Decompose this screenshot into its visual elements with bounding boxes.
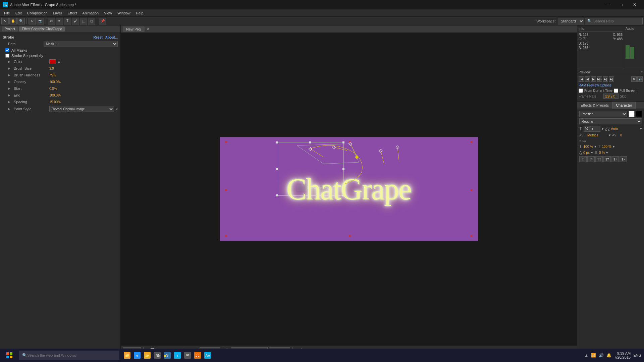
color-expand[interactable]: ▶ bbox=[8, 60, 10, 63]
prev-loop[interactable]: ↻ bbox=[631, 76, 637, 82]
color-swatch[interactable] bbox=[49, 59, 56, 64]
menu-effect[interactable]: Effect bbox=[65, 10, 79, 16]
workspace-select[interactable]: Standard All Panels Animation bbox=[558, 18, 584, 24]
end-expand[interactable]: ▶ bbox=[8, 94, 10, 97]
menu-composition[interactable]: Composition bbox=[24, 10, 50, 16]
font-select[interactable]: Pacifico bbox=[579, 111, 627, 117]
format-all-caps[interactable]: TT bbox=[595, 156, 603, 162]
comp-canvas[interactable]: ChatGrape bbox=[220, 137, 478, 241]
comp-tab-close[interactable]: ✕ bbox=[147, 27, 150, 31]
start-expand[interactable]: ▶ bbox=[8, 87, 10, 90]
from-current-checkbox[interactable] bbox=[579, 88, 583, 93]
horiz-scale-dropdown[interactable]: ▾ bbox=[613, 144, 615, 149]
prev-mute[interactable]: 🔊 bbox=[637, 76, 643, 82]
tool-camera[interactable]: 📷 bbox=[37, 18, 44, 24]
prev-prev-frame[interactable]: ◀ bbox=[585, 76, 590, 82]
about-link[interactable]: About... bbox=[105, 36, 118, 39]
tool-hand[interactable]: ✋ bbox=[9, 18, 17, 24]
brush-size-expand[interactable]: ▶ bbox=[8, 67, 10, 70]
opacity-value[interactable]: 100.0% bbox=[49, 80, 61, 84]
minimize-button[interactable]: — bbox=[601, 0, 614, 9]
frame-rate-input[interactable] bbox=[603, 94, 619, 99]
menu-help[interactable]: Help bbox=[133, 10, 146, 16]
menu-window[interactable]: Window bbox=[115, 10, 133, 16]
leading-dropdown[interactable]: ▾ bbox=[640, 127, 642, 131]
prev-last-frame[interactable]: ▶| bbox=[609, 76, 614, 82]
spacing-expand[interactable]: ▶ bbox=[8, 100, 10, 104]
mask-select[interactable]: Mask 1 bbox=[44, 41, 118, 47]
paint-style-expand[interactable]: ▶ bbox=[8, 107, 10, 111]
effect-controls-tab[interactable]: Effect Controls: ChatGrape bbox=[19, 26, 65, 32]
brush-hardness-value[interactable]: 75% bbox=[49, 73, 56, 77]
taskbar-folder[interactable]: 📂 bbox=[142, 349, 152, 362]
taskbar-ae[interactable]: Ae bbox=[203, 349, 213, 362]
comp-tab[interactable]: New Proj bbox=[123, 26, 145, 32]
menu-view[interactable]: View bbox=[101, 10, 115, 16]
format-small-caps[interactable]: TT bbox=[603, 156, 611, 162]
tool-rotate[interactable]: ↻ bbox=[29, 18, 36, 24]
tool-stamp[interactable]: ⬚ bbox=[80, 18, 87, 24]
reset-link[interactable]: Reset bbox=[94, 36, 103, 39]
prev-next-frame[interactable]: ▶| bbox=[603, 76, 608, 82]
font-style-select[interactable]: Regular bbox=[579, 118, 642, 124]
ram-preview-options-link[interactable]: RAM Preview Options bbox=[579, 83, 611, 87]
taskbar-search-box[interactable]: 🔍 bbox=[19, 351, 119, 360]
tray-up-arrow[interactable]: ▲ bbox=[584, 353, 588, 358]
full-screen-checkbox[interactable] bbox=[614, 88, 618, 93]
brush-size-value[interactable]: 9.9 bbox=[49, 67, 54, 70]
taskbar-search-input[interactable] bbox=[27, 353, 116, 357]
vert-scale-dropdown[interactable]: ▾ bbox=[594, 144, 596, 149]
tool-rect[interactable]: ▭ bbox=[48, 18, 55, 24]
spacing-value[interactable]: 15.00% bbox=[49, 100, 61, 104]
prev-play[interactable]: ▶ bbox=[591, 76, 596, 82]
taskbar-edge[interactable]: e bbox=[132, 349, 142, 362]
paint-style-select[interactable]: Reveal Original Image On Transparent On … bbox=[49, 106, 114, 112]
stroke-color-swatch[interactable] bbox=[636, 111, 642, 117]
volume-icon[interactable]: 🔊 bbox=[599, 353, 604, 358]
menu-animation[interactable]: Animation bbox=[79, 10, 101, 16]
tool-text[interactable]: T bbox=[64, 18, 71, 24]
maximize-button[interactable]: □ bbox=[614, 0, 628, 9]
character-tab[interactable]: Character bbox=[612, 102, 636, 109]
prev-ram-preview[interactable]: ▶▷ bbox=[597, 76, 602, 82]
tsumi-dropdown[interactable]: ▾ bbox=[606, 150, 608, 155]
menu-layer[interactable]: Layer bbox=[50, 10, 65, 16]
all-masks-checkbox[interactable] bbox=[5, 48, 9, 52]
tool-select[interactable]: ↖ bbox=[1, 18, 9, 24]
size-dropdown-icon[interactable]: ▾ bbox=[602, 127, 604, 131]
tool-puppet[interactable]: 📌 bbox=[99, 18, 106, 24]
kerning-dropdown[interactable]: ▾ bbox=[609, 133, 611, 137]
notification-icon[interactable]: 🔔 bbox=[606, 353, 611, 358]
end-value[interactable]: 100.0% bbox=[49, 94, 61, 97]
effects-presets-tab[interactable]: Effects & Presets bbox=[577, 102, 612, 109]
store-icon: 🛍 bbox=[154, 352, 161, 359]
tool-zoom[interactable]: 🔍 bbox=[17, 18, 25, 24]
tool-brush[interactable]: 🖌 bbox=[72, 18, 79, 24]
taskbar-mail[interactable]: ✉ bbox=[182, 349, 193, 362]
brush-hardness-expand[interactable]: ▶ bbox=[8, 73, 10, 77]
baseline-dropdown[interactable]: ▾ bbox=[591, 150, 593, 155]
tool-pen[interactable]: ✒ bbox=[56, 18, 63, 24]
opacity-expand[interactable]: ▶ bbox=[8, 80, 10, 83]
search-help-input[interactable] bbox=[593, 19, 640, 23]
format-italic[interactable]: T bbox=[587, 156, 595, 162]
stroke-seq-checkbox[interactable] bbox=[5, 54, 9, 58]
start-value[interactable]: 0.0% bbox=[49, 87, 57, 90]
format-subscript[interactable]: T~ bbox=[620, 156, 627, 162]
taskbar-file-explorer[interactable]: 📁 bbox=[122, 349, 132, 362]
tool-eraser[interactable]: ◻ bbox=[88, 18, 95, 24]
fill-color-swatch[interactable] bbox=[629, 111, 635, 117]
close-button[interactable]: ✕ bbox=[628, 0, 641, 9]
taskbar-store[interactable]: 🛍 bbox=[152, 349, 162, 362]
format-superscript[interactable]: T+ bbox=[611, 156, 619, 162]
format-bold[interactable]: T bbox=[579, 156, 587, 162]
project-tab[interactable]: Project bbox=[2, 26, 18, 32]
start-button[interactable] bbox=[3, 349, 16, 362]
menu-edit[interactable]: Edit bbox=[13, 10, 24, 16]
menu-file[interactable]: File bbox=[1, 10, 13, 16]
prev-first-frame[interactable]: |◀ bbox=[579, 76, 584, 82]
font-size-input[interactable] bbox=[584, 126, 600, 132]
taskbar-skype[interactable]: s bbox=[172, 349, 182, 362]
network-icon[interactable]: 📶 bbox=[591, 353, 596, 358]
taskbar-firefox[interactable]: 🦊 bbox=[193, 349, 203, 362]
